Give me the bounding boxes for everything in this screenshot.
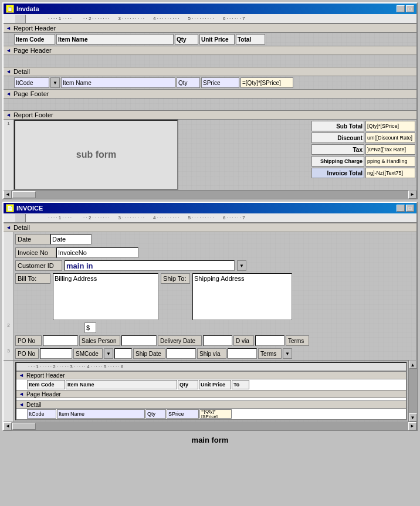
page-footer-label: Page Footer xyxy=(13,90,49,97)
page-footer-area xyxy=(4,99,416,110)
custname-dropdown[interactable]: ▼ xyxy=(237,260,246,271)
itcode-dropdown[interactable]: ▼ xyxy=(50,77,60,88)
shipdate-label: Ship Date xyxy=(133,348,165,359)
pono-val-input[interactable] xyxy=(40,348,72,359)
inner-rh-label: Report Header xyxy=(26,372,65,379)
dollar-field: $ xyxy=(84,322,96,333)
delivery-header-label: Delivery Date xyxy=(158,335,202,346)
discount-label: Discount xyxy=(311,133,364,143)
window-controls[interactable]: _ □ xyxy=(397,5,414,12)
custname-input[interactable]: main in xyxy=(65,260,235,271)
page-header-area xyxy=(4,55,416,67)
inner-arrow3: ◄ xyxy=(19,402,24,407)
vscroll-track[interactable] xyxy=(409,369,417,413)
invoice-formula[interactable]: ng]-Nz([Text75] xyxy=(365,168,415,178)
dvia-input-spacer[interactable] xyxy=(255,335,284,346)
smcode-label: SMCode xyxy=(73,348,103,359)
date-input[interactable]: Date xyxy=(50,234,92,244)
discount-formula[interactable]: um([Discount Rate] xyxy=(365,133,415,143)
shipdate-input[interactable] xyxy=(167,348,196,359)
report-header-label: Report Header xyxy=(13,25,56,32)
invoice-content: Date Date Invoice No InvoiceNo xyxy=(4,232,416,422)
inner-report: · · · 1 · · · · · 2 · · · · · 3 · · · · … xyxy=(15,362,407,420)
scroll-right-btn[interactable]: ► xyxy=(408,191,416,199)
inner-detail-formula[interactable]: =[Qty]*[SPrice] xyxy=(199,409,232,419)
subform-area: sub form xyxy=(14,120,178,190)
qty-field[interactable]: Qty xyxy=(177,77,200,88)
header-itemcode: Item Code xyxy=(14,34,55,45)
inv-arrow-icon: ◄ xyxy=(6,225,11,230)
invno-input[interactable]: InvoiceNo xyxy=(56,247,138,258)
inner-detail-header[interactable]: ◄ Detail xyxy=(16,400,406,409)
inv-minimize-button[interactable]: _ xyxy=(397,205,405,212)
inv-ruler-marks: · · · · 1 · · · · · · 2 · · · · · · · 3 … xyxy=(26,215,416,220)
inner-vscrollbar[interactable]: ▲ ▼ xyxy=(408,361,416,422)
inner-det-label: Detail xyxy=(26,402,42,408)
terms-dropdown[interactable]: ▼ xyxy=(283,348,292,359)
title-left: 📋 Invdata xyxy=(6,5,39,13)
inner-report-header-fields: Item Code Item Name Qty Unit Price To xyxy=(16,379,406,390)
detail-label: Detail xyxy=(13,68,30,75)
page-header-section[interactable]: ◄ Page Header xyxy=(4,46,416,55)
header-itemname: Item Name xyxy=(56,34,174,45)
arrow-icon2: ◄ xyxy=(6,47,11,53)
smcode-dropdown[interactable]: ▼ xyxy=(104,348,113,359)
inner-itemname: Item Name xyxy=(66,380,177,389)
inner-detail-itcode[interactable]: ItCode xyxy=(27,409,56,419)
scroll-track[interactable] xyxy=(12,191,408,199)
invoice-window: 📄 INVOICE _ □ · · · · 1 · · · · · · 2 · … xyxy=(2,202,418,431)
inner-page-header[interactable]: ◄ Page Header xyxy=(16,390,406,398)
inv-scroll-right-btn[interactable]: ► xyxy=(408,422,416,430)
delivery-input-spacer[interactable] xyxy=(203,335,232,346)
inner-detail-qty[interactable]: Qty xyxy=(145,409,166,419)
report-header-section[interactable]: ◄ Report Header xyxy=(4,23,416,33)
dvia-header-label: D via xyxy=(233,335,254,346)
tax-formula[interactable]: )0*Nz([Tax Rate] xyxy=(365,144,415,155)
report-footer-section[interactable]: ◄ Report Footer xyxy=(4,110,416,120)
pono-header-label: PO No xyxy=(15,335,42,346)
invoice-ruler: · · · · 1 · · · · · · 2 · · · · · · · 3 … xyxy=(4,213,416,223)
main-form-label: main form xyxy=(0,433,420,447)
tax-label: Tax xyxy=(311,144,364,155)
invoice-controls[interactable]: _ □ xyxy=(397,205,414,212)
detail-section[interactable]: ◄ Detail xyxy=(4,67,416,76)
arrow-icon: ◄ xyxy=(6,25,11,31)
header-unitprice: Unit Price xyxy=(199,34,235,45)
inv-scroll-thumb[interactable] xyxy=(12,423,36,430)
scroll-thumb[interactable] xyxy=(12,191,36,198)
shipvia-input[interactable] xyxy=(228,348,257,359)
maximize-button[interactable]: □ xyxy=(406,5,414,12)
inv-scroll-track[interactable] xyxy=(12,422,408,430)
invoice-title-left: 📄 INVOICE xyxy=(6,204,43,212)
inv-maximize-button[interactable]: □ xyxy=(406,205,414,212)
vscroll-up-btn[interactable]: ▲ xyxy=(409,361,417,369)
subtotal-formula[interactable]: [Qty]*[SPrice] xyxy=(365,121,415,131)
scroll-left-btn[interactable]: ◄ xyxy=(4,191,12,199)
arrow-icon4: ◄ xyxy=(6,91,11,97)
shipping-formula[interactable]: pping & Handling xyxy=(365,156,415,167)
inner-detail-sprice[interactable]: SPrice xyxy=(167,409,199,419)
formula-field[interactable]: =[Qty]*[SPrice] xyxy=(241,77,293,88)
minimize-button[interactable]: _ xyxy=(397,5,405,12)
inner-detail-itemname[interactable]: Item Name xyxy=(57,409,145,419)
vscroll-down-btn[interactable]: ▼ xyxy=(409,413,417,422)
invdata-window: 📋 Invdata _ □ · · · · 1 · · · · · · 2 · … xyxy=(2,2,418,199)
terms-header-label: Terms xyxy=(286,335,309,346)
inv-scroll-left-btn[interactable]: ◄ xyxy=(4,422,12,430)
inner-arrow1: ◄ xyxy=(19,372,24,378)
sprice-field[interactable]: SPrice xyxy=(201,77,239,88)
subform-label: sub form xyxy=(76,150,116,160)
shipping-input[interactable]: Shipping Address xyxy=(192,273,292,320)
itcode-field[interactable]: ItCode xyxy=(14,77,49,88)
inner-report-header[interactable]: ◄ Report Header xyxy=(16,371,406,379)
billing-input[interactable]: Billing Address xyxy=(53,273,158,320)
itemname-field[interactable]: Item Name xyxy=(61,77,175,88)
pono-input-spacer[interactable] xyxy=(43,335,78,346)
top-hscrollbar[interactable]: ◄ ► xyxy=(4,190,416,198)
sales-input-spacer[interactable] xyxy=(121,335,157,346)
inv-detail-section[interactable]: ◄ Detail xyxy=(4,223,416,232)
pono-val-label: PO No xyxy=(15,348,39,359)
smcode-input[interactable] xyxy=(114,348,132,359)
inv-hscrollbar[interactable]: ◄ ► xyxy=(4,422,416,430)
page-footer-section[interactable]: ◄ Page Footer xyxy=(4,89,416,99)
